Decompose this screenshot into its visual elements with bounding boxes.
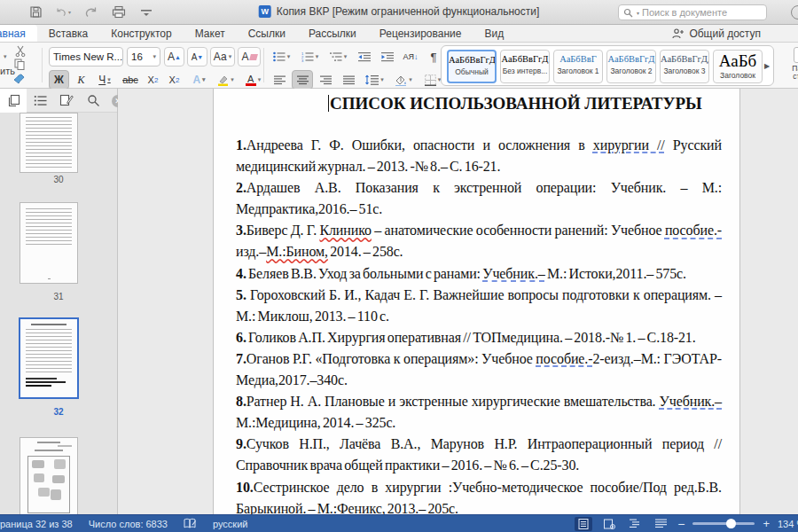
styles-more-arrow[interactable]: ▶ — [764, 62, 770, 70]
grow-font-button[interactable]: А▲ — [164, 47, 184, 66]
tab-Рецензирование[interactable]: Рецензирование — [368, 25, 473, 42]
doc-line[interactable]: 1.Андреева Г. Ф. Ошибки, опасности и осл… — [236, 135, 722, 156]
font-size-select[interactable]: 16▾ — [127, 47, 160, 66]
document-heading[interactable]: СПИСОК ИСПОЛЬЗОВАННОЙ ЛИТЕРАТУРЫ — [328, 92, 722, 115]
feedback-icon[interactable] — [791, 5, 798, 20]
doc-line[interactable]: 3.Биверс Д. Г. Клинико – анатомические о… — [236, 220, 722, 241]
doc-line[interactable]: М.:Медицина, 2014. – 325с. — [236, 412, 722, 434]
align-center-button[interactable] — [292, 70, 313, 90]
document-page[interactable]: СПИСОК ИСПОЛЬЗОВАННОЙ ЛИТЕРАТУРЫ 1.Андре… — [213, 89, 740, 514]
sidebar-tab-search[interactable] — [80, 89, 106, 113]
sidebar-tab-review[interactable] — [53, 89, 80, 113]
doc-line[interactable]: 5. Гороховский Б. И., Кадач Е. Г. Важней… — [236, 285, 722, 306]
bullets-button[interactable]: ▾ — [269, 47, 294, 66]
doc-line[interactable]: 10.Сестринское дело в хирургии :Учебно-м… — [236, 477, 722, 498]
format-painter-icon[interactable] — [12, 72, 27, 86]
doc-line[interactable]: 2.Ардашев А.В. Показания к экстренной оп… — [236, 177, 722, 199]
doc-line[interactable]: М.: Миклош, 2013. – 110 с. — [236, 306, 722, 327]
strikethrough-button[interactable]: abc — [119, 70, 142, 90]
share-button[interactable]: Общий доступ — [672, 27, 761, 40]
styles-panel-icon — [794, 47, 798, 63]
clear-formatting-button[interactable]: А — [238, 47, 261, 66]
undo-icon[interactable]: ▾ — [56, 4, 71, 20]
decrease-indent-button[interactable] — [354, 47, 375, 66]
style-Обычный[interactable]: АаБбВвГгДОбычный — [447, 50, 497, 83]
word-count[interactable]: Число слов: 6833 — [89, 519, 168, 529]
doc-line[interactable]: Справочник врача общей практики – 2016. … — [236, 455, 722, 476]
print-layout-view-button[interactable] — [575, 517, 592, 531]
highlight-button[interactable]: ▾ — [213, 70, 239, 90]
multilevel-list-button[interactable]: ▾ — [325, 47, 351, 66]
zoom-out-button[interactable]: − — [677, 517, 685, 531]
tab-Вид[interactable]: Вид — [473, 25, 515, 42]
search-placeholder: Поиск в документе — [642, 7, 727, 18]
doc-line[interactable]: 9.Сучков Н.П., Лачёва В.А., Марунов Н.Р.… — [236, 434, 722, 455]
align-right-button[interactable] — [315, 70, 336, 90]
search-input[interactable]: ▾ Поиск в документе — [618, 4, 767, 20]
styles-panel-button[interactable]: Панель стилей — [780, 47, 798, 81]
tab-Конструктор[interactable]: Конструктор — [99, 25, 183, 42]
sidebar-tab-headings[interactable] — [27, 89, 53, 113]
draft-view-button[interactable] — [652, 517, 669, 531]
shading-button[interactable]: ▾ — [390, 70, 417, 90]
doc-line[interactable]: 7.Оганов Р.Г. «Подготовка к операциям»: … — [236, 348, 722, 370]
shrink-font-button[interactable]: А▼ — [187, 47, 207, 66]
doc-line[interactable]: Медиа,2017.–340с. — [236, 370, 722, 391]
tab-Вставка[interactable]: Вставка — [37, 25, 100, 42]
cut-icon[interactable] — [14, 44, 27, 58]
style-Без интерв...[interactable]: АаБбВвГгДБез интерв... — [500, 50, 550, 83]
font-name-select[interactable]: Times New R...▾ — [49, 47, 123, 66]
style-Заголовок 3[interactable]: АаБбВвГгДдЗаголовок 3 — [660, 50, 709, 83]
zoom-slider[interactable] — [692, 522, 755, 525]
page-indicator[interactable]: Страница 32 из 38 — [0, 519, 73, 529]
sort-button[interactable]: АЯ↓ — [400, 47, 421, 66]
page-thumbnail-31[interactable] — [20, 202, 78, 284]
style-Заголовок 1[interactable]: АаБбВвГЗаголовок 1 — [553, 50, 603, 83]
doc-line[interactable]: изд.–М.:Бином, 2014. – 258с. — [236, 241, 722, 262]
sidebar-tab-thumbnails[interactable] — [0, 89, 27, 113]
superscript-button[interactable]: X2 — [164, 70, 184, 90]
outline-view-button[interactable] — [626, 517, 644, 531]
tab-Рассылки[interactable]: Рассылки — [297, 25, 368, 42]
doc-line[interactable]: 6. Голиков А.П. Хирургия оперативная // … — [236, 327, 722, 348]
page-thumbnail-30[interactable] — [20, 113, 78, 173]
increase-indent-button[interactable] — [377, 47, 398, 66]
search-icon — [623, 8, 633, 18]
zoom-in-button[interactable]: + — [763, 517, 770, 530]
doc-line[interactable]: 8.Ратнер Н. А. Плановые и экстренные хир… — [236, 391, 722, 412]
save-icon[interactable] — [28, 4, 43, 20]
redo-icon[interactable] — [83, 4, 98, 20]
doc-line[interactable]: Барыкиной. – М.:Феникс, 2013.– 205с. — [236, 498, 722, 514]
subscript-button[interactable]: X2 — [143, 70, 163, 90]
style-Заголовок[interactable]: АаБбЗаголовок — [713, 50, 763, 83]
page-thumbnail-32[interactable] — [19, 317, 79, 399]
change-case-button[interactable]: Аа▾ — [210, 47, 235, 66]
zoom-slider-handle[interactable] — [726, 519, 736, 528]
print-icon[interactable] — [111, 4, 126, 20]
paste-dropdown-arrow[interactable]: ▾ — [4, 53, 7, 60]
underline-button[interactable]: Ч▾ — [92, 70, 117, 90]
tab-Макет[interactable]: Макет — [184, 25, 237, 42]
bold-button[interactable]: Ж — [49, 70, 69, 90]
zoom-level[interactable]: 134 % — [778, 519, 798, 529]
align-left-button[interactable] — [269, 70, 290, 90]
reading-view-button[interactable] — [600, 517, 618, 531]
doc-line[interactable]: 4. Беляев В.В. Уход за больными с ранами… — [236, 263, 722, 285]
justify-button[interactable] — [338, 70, 359, 90]
page-thumbnail-33[interactable] — [20, 437, 78, 519]
numbering-button[interactable]: 123▾ — [297, 47, 323, 66]
language-indicator[interactable]: русский — [213, 519, 247, 529]
text-effects-button[interactable]: А▾ — [187, 70, 211, 90]
style-Заголовок 2[interactable]: АаБбВвГгДЗаголовок 2 — [606, 50, 656, 83]
customize-toolbar-icon[interactable] — [138, 4, 153, 20]
doc-line[interactable]: Медпрактика,2016.– 51с. — [236, 199, 722, 220]
line-spacing-button[interactable]: ▾ — [361, 70, 387, 90]
proofing-icon[interactable] — [184, 518, 197, 529]
share-person-icon — [672, 28, 685, 39]
tab-Ссылки[interactable]: Ссылки — [237, 25, 297, 42]
italic-button[interactable]: К — [72, 70, 90, 90]
copy-icon[interactable] — [13, 58, 26, 70]
tab-Главная[interactable]: Главная — [0, 25, 37, 42]
doc-line[interactable]: медицинский журнал. – 2013. -№ 8.– С. 16… — [236, 156, 722, 177]
font-color-button[interactable]: А▾ — [240, 70, 266, 90]
